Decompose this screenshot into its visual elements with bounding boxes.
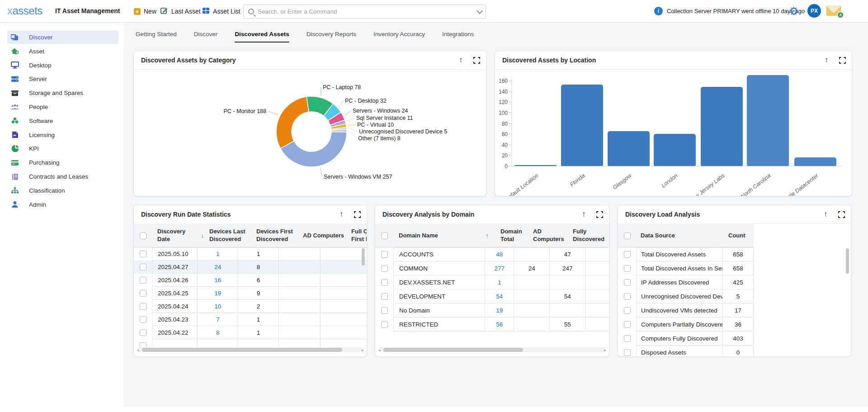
row-checkbox[interactable] (624, 307, 631, 314)
horizontal-scrollbar[interactable]: ◂▸ (137, 347, 364, 352)
cell-link[interactable]: 277 (494, 265, 505, 272)
table-row[interactable]: ACCOUNTS4847 (375, 247, 609, 261)
row-checkbox[interactable] (624, 251, 631, 258)
expand-icon[interactable] (354, 211, 361, 218)
cell-link[interactable]: 56 (496, 321, 503, 328)
asset-list-button[interactable]: Asset List (202, 5, 241, 17)
row-checkbox[interactable] (140, 264, 146, 270)
sidebar-item-people[interactable]: People (7, 100, 118, 114)
last-asset-button[interactable]: Last Asset (160, 5, 201, 17)
table-row[interactable]: 2025.04.2281 (134, 326, 367, 339)
scroll-right-arrow[interactable]: ▸ (362, 348, 363, 352)
avatar[interactable]: PX (807, 4, 821, 18)
bar-north-carolina[interactable] (747, 75, 789, 166)
notification-banner[interactable]: i Collection Server PRIMARY went offline… (654, 7, 805, 15)
vertical-scrollbar[interactable] (845, 247, 849, 355)
tab-discover[interactable]: Discover (194, 26, 218, 43)
select-all-checkbox[interactable] (140, 232, 146, 239)
table-row[interactable]: Undiscovered VMs detected17 (618, 303, 851, 317)
cell-link[interactable]: 1 (216, 251, 220, 257)
sidebar-item-discover[interactable]: Discover (7, 31, 118, 44)
table-row[interactable]: Computers Partially Discovered36 (618, 317, 851, 331)
row-checkbox[interactable] (140, 251, 146, 257)
table-row[interactable]: No Domain19 (375, 303, 609, 317)
horizontal-scrollbar[interactable]: ◂▸ (378, 347, 606, 352)
row-checkbox[interactable] (624, 321, 631, 328)
sidebar-item-storage-and-spares[interactable]: Storage and Spares (7, 86, 118, 99)
scroll-left-arrow[interactable]: ◂ (378, 348, 380, 352)
scrollbar-thumb[interactable] (142, 348, 342, 352)
sidebar-item-contracts-and-leases[interactable]: Contracts and Leases (7, 170, 118, 183)
bar-seattle-datacenter[interactable] (794, 157, 836, 166)
row-checkbox[interactable] (140, 303, 146, 310)
xassets-logo[interactable]: xassets (7, 5, 42, 17)
table-row[interactable]: RESTRICTED5655 (375, 317, 609, 331)
sidebar-item-kpi[interactable]: KPI (7, 142, 118, 155)
row-checkbox[interactable] (624, 293, 631, 300)
tab-integrations[interactable]: Integrations (442, 26, 474, 43)
column-header[interactable]: DomainTotal (495, 224, 528, 247)
scroll-top-icon[interactable]: ↑ (825, 56, 829, 65)
table-row[interactable]: Unrecognised Discovered Devices5 (618, 289, 851, 303)
column-header[interactable]: AD Computers (297, 224, 346, 247)
sidebar-item-software[interactable]: Software (7, 114, 118, 128)
table-row[interactable]: COMMON27724247 (375, 261, 609, 275)
donut-slice[interactable] (276, 97, 309, 148)
sidebar-item-purchasing[interactable]: Purchasing (7, 156, 118, 169)
table-row[interactable]: 2025.04.25199 (134, 287, 367, 300)
column-header[interactable]: Devices FirstDiscovered (251, 224, 297, 247)
tab-discovery-reports[interactable]: Discovery Reports (307, 26, 356, 43)
cell-link[interactable]: 8 (216, 329, 220, 336)
table-row[interactable]: 2025.05.1011 (134, 247, 367, 260)
row-checkbox[interactable] (624, 349, 631, 356)
row-checkbox[interactable] (140, 329, 146, 336)
cell-link[interactable]: 54 (496, 293, 503, 300)
tab-discovered-assets[interactable]: Discovered Assets (235, 26, 289, 43)
column-header[interactable]: Full CompFirst Disc (346, 224, 367, 247)
column-header[interactable]: Domain Name↑ (393, 224, 495, 247)
expand-icon[interactable] (596, 211, 603, 218)
column-header[interactable]: Devices LastDiscovered (204, 224, 251, 247)
column-header[interactable]: Data Source (636, 224, 723, 247)
table-row[interactable]: 2025.04.26166 (134, 274, 367, 287)
cell-link[interactable]: 48 (496, 251, 503, 258)
table-row[interactable]: 2025.04.27248 (134, 260, 367, 274)
column-header[interactable]: Count (723, 224, 754, 247)
column-header[interactable]: DisFail (607, 224, 609, 247)
row-checkbox[interactable] (140, 316, 146, 323)
bar-florida[interactable] (561, 85, 603, 166)
cell-link[interactable]: 7 (216, 316, 220, 323)
table-row[interactable]: IP Addresses Discovered425 (618, 275, 851, 289)
sidebar-item-desktop[interactable]: Desktop (7, 59, 118, 72)
scrollbar-thumb[interactable] (383, 348, 523, 352)
sidebar-item-asset[interactable]: Asset (7, 45, 118, 58)
row-checkbox[interactable] (624, 335, 631, 342)
row-checkbox[interactable] (624, 279, 631, 286)
new-button[interactable]: + New (134, 5, 156, 17)
bar-london[interactable] (654, 134, 696, 166)
table-row[interactable]: 2025.04.2371 (134, 313, 367, 326)
mail-icon[interactable]: 4 (826, 5, 841, 16)
table-row[interactable]: Total Discovered Assets In Service658 (618, 261, 851, 275)
table-row[interactable]: Total Discovered Assets658 (618, 247, 851, 261)
row-checkbox[interactable] (381, 293, 388, 300)
chevron-down-icon[interactable] (476, 7, 483, 14)
row-checkbox[interactable] (381, 307, 388, 314)
table-row[interactable]: DEV.XASSETS.NET1 (375, 275, 609, 289)
cell-link[interactable]: 19 (496, 307, 503, 314)
select-all-checkbox[interactable] (624, 232, 631, 239)
sidebar-item-classification[interactable]: Classification (7, 184, 118, 197)
cell-link[interactable]: 16 (214, 277, 221, 284)
bar-glasgow[interactable] (608, 131, 650, 166)
tab-inventory-accuracy[interactable]: Inventory Accuracy (373, 26, 425, 43)
row-checkbox[interactable] (381, 265, 388, 272)
bar-new-jersey-labs[interactable] (701, 87, 743, 166)
expand-icon[interactable] (839, 57, 846, 64)
sidebar-item-licensing[interactable]: Licensing (7, 128, 118, 142)
scroll-top-icon[interactable]: ↑ (340, 210, 344, 219)
expand-icon[interactable] (838, 211, 845, 218)
search-input[interactable] (258, 8, 476, 15)
scroll-left-arrow[interactable]: ◂ (137, 348, 139, 352)
select-all-checkbox[interactable] (381, 232, 388, 239)
column-header[interactable]: ADComputers (528, 224, 567, 247)
